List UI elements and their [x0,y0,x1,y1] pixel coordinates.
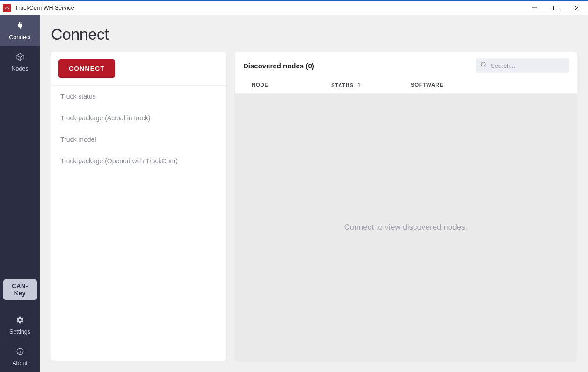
maximize-button[interactable] [545,1,566,15]
svg-point-6 [20,350,20,350]
gear-icon [16,316,24,326]
search-input[interactable] [491,62,565,69]
sidebar-item-label: Nodes [11,66,28,72]
sidebar: Connect Nodes CAN-Key Settings About [0,15,40,372]
info-item-truck-status[interactable]: Truck status [51,86,226,107]
info-item-truck-model[interactable]: Truck model [51,129,226,150]
cube-icon [16,53,24,63]
search-wrap [476,58,569,73]
column-status[interactable]: STATUS [331,82,411,88]
discovered-card: Discovered nodes (0) NODE STATUS [235,52,577,361]
sidebar-item-label: Connect [9,34,31,41]
discovered-title: Discovered nodes (0) [243,62,314,70]
svg-rect-1 [554,6,558,10]
main-area: Connect CONNECT Truck status Truck packa… [40,15,588,372]
empty-message: Connect to view discovered nodes. [344,223,468,232]
sidebar-item-label: Settings [9,328,30,335]
app-icon [3,4,11,12]
page-title: Connect [51,25,577,44]
sidebar-item-nodes[interactable]: Nodes [0,46,40,78]
connect-button[interactable]: CONNECT [58,59,115,78]
sidebar-item-label: About [12,360,28,366]
info-icon [16,347,24,357]
titlebar-left: TruckCom WH Service [3,4,74,12]
sort-ascending-icon [356,82,362,88]
table-header: NODE STATUS SOFTWARE [235,77,577,94]
connect-card: CONNECT Truck status Truck package (Actu… [51,52,226,361]
titlebar: TruckCom WH Service [0,0,588,15]
info-item-truck-package-actual[interactable]: Truck package (Actual in truck) [51,107,226,129]
plug-icon [16,22,24,31]
column-node[interactable]: NODE [252,82,331,88]
sidebar-item-settings[interactable]: Settings [0,309,40,341]
sidebar-item-connect[interactable]: Connect [0,15,40,46]
column-software[interactable]: SOFTWARE [411,82,568,88]
search-icon [480,61,487,70]
info-item-truck-package-opened[interactable]: Truck package (Opened with TruckCom) [51,150,226,172]
can-key-button[interactable]: CAN-Key [3,279,37,300]
sidebar-item-about[interactable]: About [0,341,40,372]
minimize-button[interactable] [523,1,545,15]
window-controls [523,1,588,15]
empty-state: Connect to view discovered nodes. [235,94,577,361]
window-title: TruckCom WH Service [15,5,74,11]
close-button[interactable] [566,1,588,15]
